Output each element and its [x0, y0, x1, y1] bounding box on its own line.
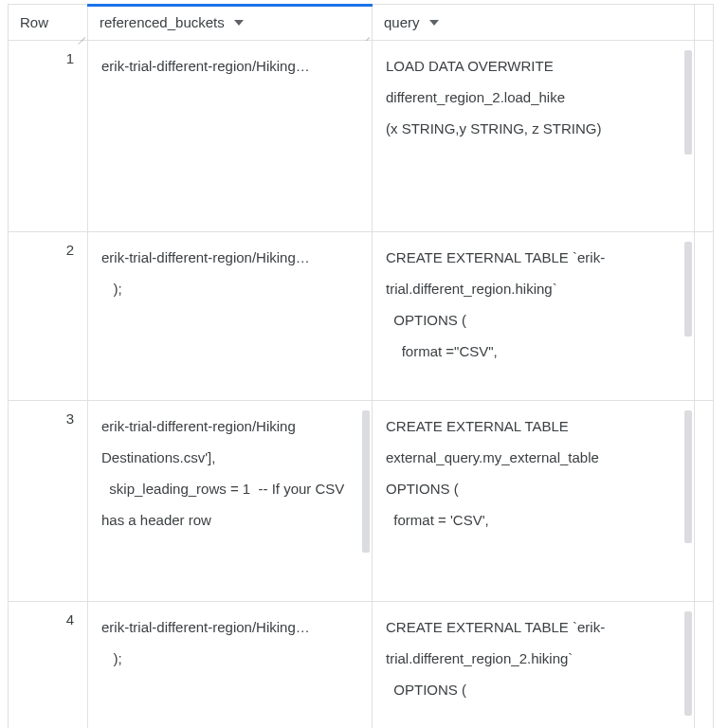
resize-handle-icon[interactable]	[76, 28, 85, 38]
row-number: 3	[9, 401, 88, 602]
cell-text: LOAD DATA OVERWRITE different_region_2.l…	[373, 41, 694, 231]
cell-text: erik-trial-different-region/Hiking… );	[88, 232, 372, 400]
table-row: 4erik-trial-different-region/Hiking… );C…	[9, 602, 714, 729]
cell-query[interactable]: CREATE EXTERNAL TABLE `erik-trial.differ…	[373, 232, 695, 401]
cell-referenced-buckets[interactable]: erik-trial-different-region/Hiking… );	[88, 232, 373, 401]
row-number: 2	[9, 232, 88, 401]
scrollbar-thumb[interactable]	[684, 242, 692, 337]
cell-query[interactable]: LOAD DATA OVERWRITE different_region_2.l…	[373, 41, 695, 232]
col-header-buckets-label: referenced_buckets	[100, 14, 225, 30]
cell-text: erik-trial-different-region/Hiking Desti…	[88, 401, 372, 601]
scrollbar-thumb[interactable]	[684, 410, 692, 543]
col-header-spacer	[695, 5, 714, 41]
cell-text: CREATE EXTERNAL TABLE external_query.my_…	[373, 401, 694, 601]
col-header-referenced-buckets[interactable]: referenced_buckets	[88, 5, 373, 41]
cell-referenced-buckets[interactable]: erik-trial-different-region/Hiking Desti…	[88, 401, 373, 602]
col-header-query-label: query	[384, 14, 420, 30]
cell-query[interactable]: CREATE EXTERNAL TABLE `erik-trial.differ…	[373, 602, 695, 729]
row-number: 1	[9, 41, 88, 232]
col-header-row-label: Row	[20, 14, 48, 30]
sort-desc-icon[interactable]	[234, 20, 244, 26]
col-header-query[interactable]: query	[373, 5, 695, 41]
col-header-row[interactable]: Row	[9, 5, 88, 41]
results-table: Row referenced_buckets query 1erik-trial…	[8, 4, 714, 728]
scrollbar-thumb[interactable]	[362, 410, 370, 553]
cell-text: erik-trial-different-region/Hiking… );	[88, 602, 372, 728]
table-row: 1erik-trial-different-region/Hiking…LOAD…	[9, 41, 714, 232]
cell-spacer	[695, 232, 714, 401]
scrollbar-thumb[interactable]	[684, 611, 692, 716]
cell-text: CREATE EXTERNAL TABLE `erik-trial.differ…	[373, 602, 694, 728]
scrollbar-thumb[interactable]	[684, 50, 692, 155]
resize-handle-icon[interactable]	[360, 28, 370, 38]
row-number: 4	[9, 602, 88, 729]
header-row: Row referenced_buckets query	[9, 5, 714, 41]
table-row: 3erik-trial-different-region/Hiking Dest…	[9, 401, 714, 602]
cell-spacer	[695, 41, 714, 232]
cell-referenced-buckets[interactable]: erik-trial-different-region/Hiking…	[88, 41, 373, 232]
cell-spacer	[695, 602, 714, 729]
cell-referenced-buckets[interactable]: erik-trial-different-region/Hiking… );	[88, 602, 373, 729]
sort-desc-icon[interactable]	[429, 20, 439, 26]
table-row: 2erik-trial-different-region/Hiking… );C…	[9, 232, 714, 401]
cell-text: erik-trial-different-region/Hiking…	[88, 41, 372, 231]
cell-spacer	[695, 401, 714, 602]
cell-text: CREATE EXTERNAL TABLE `erik-trial.differ…	[373, 232, 694, 400]
cell-query[interactable]: CREATE EXTERNAL TABLE external_query.my_…	[373, 401, 695, 602]
